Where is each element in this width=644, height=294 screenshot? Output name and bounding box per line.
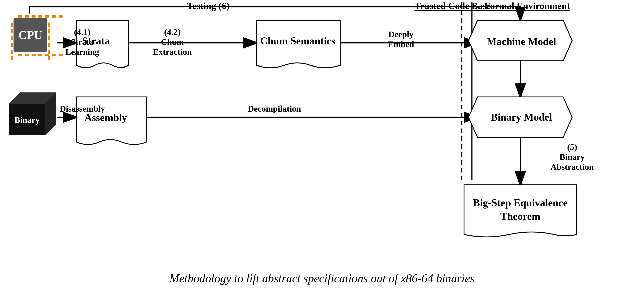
cpu-pin [18,15,22,18]
assembly-node-label: Assembly [84,112,127,124]
cpu-pin [18,54,22,56]
binary-abstraction-label: (5) Binary Abstraction [547,142,597,172]
binary-model-label: Binary Model [486,111,558,123]
cpu-pin [25,15,29,18]
trusted-code-base-label: Trusted Code Base [414,1,490,11]
cpu-pin [11,23,13,27]
cpu-pin [52,15,56,18]
cpu-pin [11,43,13,47]
cpu-pin [48,36,50,40]
cpu-chip: CPU [4,14,56,68]
binary-cube: Binary [2,86,56,140]
cpu-pin [38,54,42,56]
cpu-label: CPU [14,18,47,52]
deeply-embed-label: Deeply Embed [378,29,424,49]
cpu-pin [11,36,13,40]
cpu-pin [11,56,13,60]
cpu-pin [11,50,13,54]
cpu-pin [58,54,62,56]
cpu-pin [48,50,50,54]
cpu-pin [48,56,50,60]
cpu-pin [52,54,56,56]
cpu-pin [32,15,36,18]
chum-extraction-label: (4.2) Chum Extraction [144,27,200,57]
cpu-pin [58,15,62,18]
diagram-container: CPU [0,0,644,294]
testing-label: Testing (6) [187,1,230,11]
machine-model-label: Machine Model [486,36,558,48]
cpu-pin [38,15,42,18]
cpu-pin [48,43,50,47]
cpu-pin [45,15,49,18]
caption: Methodology to lift abstract specificati… [170,272,474,285]
decompilation-label: Decompilation [248,104,301,114]
cpu-pin [48,29,50,33]
cpu-pin [32,54,36,56]
cpu-pin [48,23,50,27]
bigstep-label: Big-Step Equivalence Theorem [468,196,573,223]
cpu-pin [11,29,13,33]
chum-semantics-node-label: Chum Semantics [260,35,336,47]
strata-node-label: Strata [82,35,110,47]
formal-environment-label: Formal Environment [484,1,570,11]
svg-text:Binary: Binary [14,115,40,125]
cpu-pin [25,54,29,56]
